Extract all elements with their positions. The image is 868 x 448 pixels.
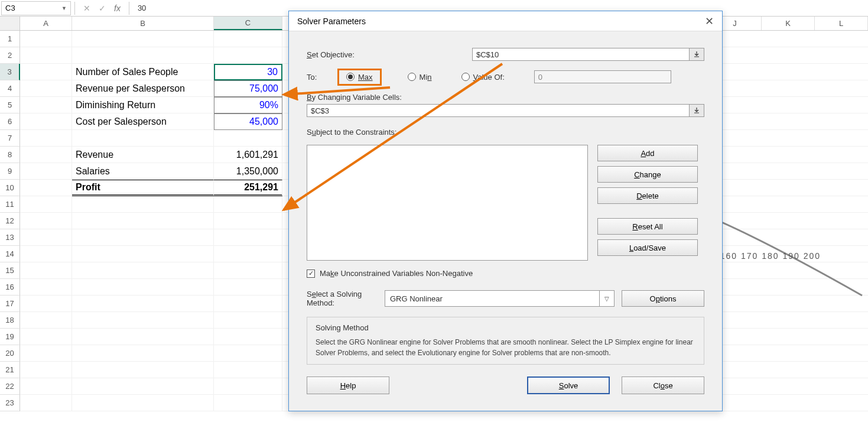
cell-c9[interactable]: 1,350,000	[214, 163, 282, 180]
chevron-down-icon: ▽	[599, 291, 609, 306]
load-save-button[interactable]: Load/Save	[597, 239, 698, 256]
cell-label[interactable]: Revenue per Salesperson	[72, 80, 214, 97]
row-header[interactable]: 12	[0, 213, 20, 229]
row-header[interactable]: 11	[0, 196, 20, 213]
row-header[interactable]: 21	[0, 362, 20, 378]
row-header[interactable]: 14	[0, 246, 20, 262]
radio-icon	[346, 73, 355, 81]
nonneg-checkbox-label: Make Unconstrained Variables Non-Negativ…	[320, 269, 473, 278]
cancel-icon[interactable]: ✕	[83, 4, 90, 13]
cell-c6[interactable]: 45,000	[214, 113, 282, 130]
chart-fragment: 0 160 170 180 190 200	[714, 222, 868, 300]
dialog-title: Solver Parameters	[297, 17, 366, 26]
row-header[interactable]: 16	[0, 279, 20, 296]
row-header[interactable]: 9	[0, 163, 20, 180]
dialog-titlebar[interactable]: Solver Parameters ✕	[289, 11, 722, 31]
cell-c4[interactable]: 75,000	[214, 80, 282, 97]
constraints-label: Subject to the Constraints:	[307, 128, 396, 137]
collapse-dialog-icon[interactable]	[689, 48, 704, 61]
method-description: Solving Method Select the GRG Nonlinear …	[307, 317, 704, 365]
cell-label[interactable]: Revenue	[72, 147, 214, 163]
chart-axis-labels: 0 160 170 180 190 200	[711, 251, 821, 261]
row-header[interactable]: 8	[0, 147, 20, 163]
changing-cells-label: By Changing Variable Cells:	[307, 93, 704, 102]
method-value: GRG Nonlinear	[390, 294, 443, 303]
set-objective-label: Set Objective:	[307, 50, 472, 59]
divider	[129, 2, 129, 15]
change-button[interactable]: Change	[597, 166, 698, 183]
radio-max[interactable]: Max	[346, 73, 373, 82]
row-header[interactable]: 3	[0, 64, 20, 80]
row-header[interactable]: 15	[0, 262, 20, 279]
cell-label[interactable]: Number of Sales People	[72, 64, 214, 80]
chevron-down-icon[interactable]: ▼	[61, 5, 67, 11]
delete-button[interactable]: Delete	[597, 187, 698, 204]
reset-all-button[interactable]: Reset All	[597, 218, 698, 235]
row-header[interactable]: 13	[0, 229, 20, 246]
row-header[interactable]: 5	[0, 97, 20, 113]
cell-label[interactable]: Salaries	[72, 163, 214, 180]
row-header[interactable]: 10	[0, 180, 20, 196]
checkbox-icon[interactable]: ✓	[307, 270, 315, 278]
column-header-k[interactable]: K	[762, 17, 815, 30]
solver-dialog: Solver Parameters ✕ Set Objective: $C$10…	[288, 11, 723, 411]
name-box[interactable]: C3 ▼	[1, 1, 71, 15]
changing-cells-input[interactable]: $C$3	[307, 104, 690, 117]
select-all-corner[interactable]	[0, 17, 20, 30]
valueof-input[interactable]: 0	[534, 70, 671, 83]
cell-c8[interactable]: 1,601,291	[214, 147, 282, 163]
row-header[interactable]: 23	[0, 395, 20, 411]
row-header[interactable]: 19	[0, 329, 20, 345]
formula-value[interactable]: 30	[132, 4, 146, 12]
cell-label[interactable]: Diminishing Return	[72, 97, 214, 113]
close-icon[interactable]: ✕	[705, 15, 714, 28]
add-button[interactable]: Add	[597, 145, 698, 161]
row-header[interactable]: 22	[0, 378, 20, 395]
row-header[interactable]: 20	[0, 345, 20, 362]
constraints-list[interactable]	[307, 145, 588, 261]
column-header-b[interactable]: B	[72, 17, 214, 30]
radio-min-label: Min	[420, 73, 432, 82]
collapse-dialog-icon[interactable]	[689, 104, 704, 117]
row-header[interactable]: 18	[0, 312, 20, 329]
radio-valueof[interactable]: Value Of:	[461, 73, 505, 82]
radio-valueof-label: Value Of:	[473, 73, 505, 82]
close-button[interactable]: Close	[622, 376, 704, 394]
radio-icon	[408, 73, 416, 81]
objective-radio-group: Max Min Value Of: 0	[341, 70, 671, 83]
row-header[interactable]: 1	[0, 31, 20, 47]
column-header-c[interactable]: C	[214, 17, 282, 30]
method-desc-title: Solving Method	[316, 323, 695, 332]
row-header[interactable]: 7	[0, 130, 20, 147]
radio-icon	[461, 73, 470, 81]
method-label: Select a Solving Method:	[307, 290, 378, 307]
max-highlight-annotation: Max	[337, 69, 382, 86]
column-header-l[interactable]: L	[815, 17, 868, 30]
cell-c3[interactable]: 30	[214, 64, 282, 80]
set-objective-input[interactable]: $C$10	[472, 48, 690, 61]
method-select[interactable]: GRG Nonlinear ▽	[385, 290, 615, 307]
cell-label[interactable]: Profit	[72, 180, 214, 196]
formula-bar-icons: ✕ ✓ fx	[77, 4, 126, 13]
to-label: To:	[307, 73, 341, 82]
column-header-a[interactable]: A	[20, 17, 72, 30]
cell-c10[interactable]: 251,291	[214, 180, 282, 196]
name-box-value: C3	[5, 4, 15, 12]
radio-max-label: Max	[358, 73, 373, 82]
row-header[interactable]: 2	[0, 47, 20, 64]
row-header[interactable]: 6	[0, 113, 20, 130]
options-button[interactable]: Options	[622, 290, 704, 307]
row-header[interactable]: 4	[0, 80, 20, 97]
cell-c5[interactable]: 90%	[214, 97, 282, 113]
divider	[74, 2, 75, 15]
radio-min[interactable]: Min	[408, 73, 432, 82]
solve-button[interactable]: Solve	[527, 376, 610, 394]
fx-icon[interactable]: fx	[114, 4, 121, 13]
cell-label[interactable]: Cost per Salesperson	[72, 113, 214, 130]
help-button[interactable]: Help	[307, 376, 389, 394]
row-header[interactable]: 17	[0, 296, 20, 312]
enter-icon[interactable]: ✓	[99, 4, 106, 13]
method-desc-text: Select the GRG Nonlinear engine for Solv…	[316, 337, 695, 358]
